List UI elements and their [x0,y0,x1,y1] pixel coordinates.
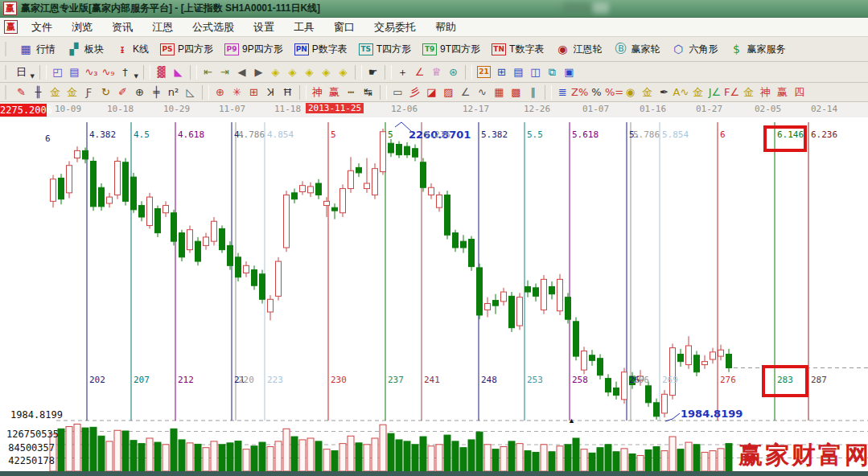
volume-bar [710,451,716,471]
low-price-annotation: 1984.8199 [681,408,743,420]
gann-time-label: 287 [811,375,827,385]
candle-body [702,362,708,365]
candle-body [147,197,153,225]
candle-body [429,187,434,195]
gann-time-label: 276 [720,375,736,385]
gann-time-label: 230 [331,375,347,385]
volume-bar [98,436,105,471]
volume-bar [348,436,354,471]
volume-bar [589,453,595,471]
volume-bar [653,447,660,471]
volume-bar [460,448,467,471]
candle-body [332,207,338,211]
gann-time-label: 237 [388,375,404,385]
candle-body [678,354,684,361]
candle-body [541,279,547,310]
volume-bar [243,449,249,471]
volume-bar [605,445,611,471]
candle-body [340,189,346,213]
highlight-box-time[interactable] [762,365,808,397]
candle-body [195,241,201,261]
volume-bar [82,428,88,471]
volume-bar [581,449,587,471]
volume-bar [541,445,547,471]
volume-bar [299,440,306,471]
candle-body [123,162,129,202]
volume-bar [187,443,193,471]
candle-body [485,304,491,310]
candle-body [236,257,241,277]
candle-body [308,187,314,193]
volume-bar [227,443,233,471]
candle-body [187,230,193,250]
candle-body [75,150,80,158]
candle-body [348,170,354,188]
gann-price-label: 4.5 [134,129,150,140]
candle-body [220,228,225,249]
candle-body [461,241,467,248]
gann-price-label: 5.854 [662,129,689,140]
volume-bar [516,444,523,471]
volume-bar [645,449,652,471]
candle-body [51,179,56,202]
gann-time-label: 241 [424,375,440,385]
volume-bar [565,445,571,471]
volume-bar [283,429,290,471]
volume-bar [533,453,539,471]
candle-body [421,162,426,187]
chart-canvas[interactable] [0,0,868,476]
volume-bar [138,444,145,471]
gann-time-label: 223 [267,375,283,385]
volume-bar [508,441,515,471]
volume-bar [726,444,732,471]
volume-bar [195,444,201,471]
volume-bar [629,454,636,471]
volume-bar [259,442,265,471]
gann-price-label: 5 [331,129,336,140]
candle-body [574,322,579,356]
volume-bar [484,445,491,471]
volume-bar [525,451,531,471]
candle-body [517,298,523,326]
volume-bar [219,445,225,471]
volume-bar [211,441,217,471]
candle-body [212,221,217,241]
volume-bar [122,431,129,471]
volume-bar [315,441,322,471]
gann-price-label: 5.618 [572,129,599,140]
volume-bar [396,440,402,471]
candle-body [654,403,660,416]
volume-bar [452,441,459,471]
candle-body [284,195,290,248]
candle-body [493,301,499,306]
candle-body [405,146,410,154]
candle-body [606,379,611,392]
candle-body [469,240,475,267]
volume-bar [661,451,668,471]
volume-bar [58,429,64,471]
volume-bar [669,437,676,471]
volume-axis-label: 42250178 [6,455,55,466]
candle-body [662,394,668,413]
candle-body [276,261,282,296]
candle-body [268,299,274,312]
candle-body [252,270,257,286]
price-tag: 2275.2006 [0,104,47,117]
gann-time-label: 212 [178,375,194,385]
highlight-box-price[interactable] [763,125,807,152]
volume-bar [203,448,209,471]
gann-time-label: 248 [481,375,497,385]
candle-body [646,386,652,403]
volume-axis-label: 126750535 [6,429,55,440]
candle-body [413,149,418,157]
candle-body [171,213,177,241]
candle-body [566,298,571,320]
candle-body [686,346,692,365]
gann-price-label: 4.786 [238,129,265,140]
volume-bar [114,430,121,471]
volume-bar [597,448,603,471]
gann-price-label: 4.382 [89,129,116,140]
position-marker-icon[interactable]: ▲ [568,416,575,425]
volume-bar [331,451,338,471]
candle-body [139,206,145,217]
